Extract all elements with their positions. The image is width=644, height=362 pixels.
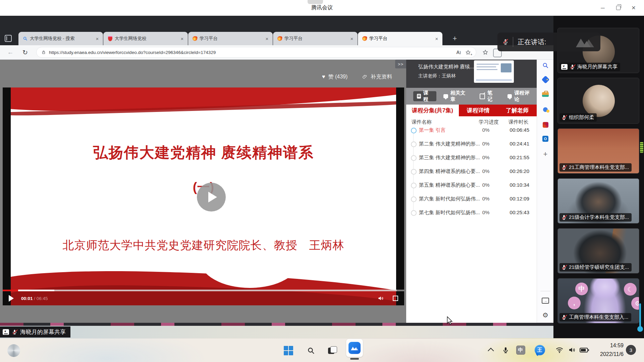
- episode-row[interactable]: 第四集 精神谱系的核心要... 0% 00:26:20: [406, 168, 537, 178]
- sidebar-outlook-icon[interactable]: O: [541, 135, 549, 143]
- tray-chevron-icon[interactable]: [485, 344, 497, 356]
- add-favorite-icon[interactable]: +: [463, 48, 473, 57]
- tab-close-icon[interactable]: ×: [179, 36, 185, 42]
- episode-row[interactable]: 第一集 引言 0% 00:06:45: [406, 126, 537, 136]
- tab-close-icon[interactable]: ×: [264, 36, 270, 42]
- read-aloud-icon[interactable]: A): [454, 48, 463, 57]
- subtab-details[interactable]: 课程详情: [459, 105, 498, 116]
- refresh-button[interactable]: ↻: [19, 45, 31, 59]
- episode-radio-selected[interactable]: [411, 128, 417, 133]
- episode-row[interactable]: 第二集 伟大建党精神的形... 0% 00:24:41: [406, 140, 537, 150]
- tab-related-articles[interactable]: 相关文章: [440, 91, 473, 101]
- sidebar-games-icon[interactable]: [541, 106, 549, 114]
- notification-badge[interactable]: 3: [626, 345, 636, 355]
- avatar-voice-button[interactable]: ,: [568, 297, 581, 309]
- participant-tile[interactable]: 21级会计学本科生党支部...: [557, 178, 639, 224]
- screen-share-icon: [3, 329, 9, 335]
- time-total: 06:45: [37, 296, 48, 301]
- tencent-meeting-taskbar-icon[interactable]: [346, 339, 363, 357]
- task-view-icon[interactable]: [326, 344, 339, 357]
- tab-title: 大学生网络党校: [115, 36, 177, 42]
- new-tab-button[interactable]: +: [450, 34, 460, 43]
- browser-tab-4[interactable]: 学习平台 ×: [273, 32, 358, 45]
- episode-row[interactable]: 第五集 精神谱系的核心要... 0% 00:10:34: [406, 181, 537, 191]
- volume-icon[interactable]: [377, 295, 384, 302]
- like-count[interactable]: 赞 (439): [328, 73, 348, 80]
- sidebar-tools-icon[interactable]: [541, 90, 549, 99]
- subtab-teacher[interactable]: 了解老师: [498, 105, 537, 116]
- active-app-indicator: [350, 358, 359, 360]
- panel-scroll-indicator[interactable]: [639, 303, 641, 328]
- panel-scrollbar-thumb[interactable]: [640, 142, 643, 153]
- participant-tile[interactable]: 21级经管学硕研究生团支...: [557, 228, 639, 274]
- start-button[interactable]: [282, 344, 295, 357]
- episode-radio[interactable]: [411, 155, 417, 161]
- course-teacher: 主讲老师：王炳林: [418, 73, 456, 79]
- fullscreen-icon[interactable]: [393, 296, 398, 301]
- sidebar-settings-icon[interactable]: ⚙: [541, 311, 549, 319]
- sidebar-add-icon[interactable]: +: [541, 150, 549, 158]
- tab-close-icon[interactable]: ×: [434, 36, 440, 42]
- taskbar-corner-logo[interactable]: [7, 344, 20, 357]
- close-button[interactable]: ✕: [626, 1, 641, 15]
- video-player[interactable]: 弘扬伟大建党精神 赓续精神谱系 (一) 北京师范大学中共党史党建研究院院长、教授…: [3, 87, 404, 305]
- panel-scroll-handle[interactable]: [637, 326, 643, 332]
- episode-radio[interactable]: [411, 183, 417, 188]
- episode-radio[interactable]: [411, 141, 417, 147]
- address-bar[interactable]: https://study.enaea.edu.cn/viewerforccvi…: [36, 47, 476, 58]
- play-button[interactable]: [9, 295, 14, 302]
- tray-wifi-icon[interactable]: [553, 344, 566, 356]
- screen-share-label: 海晓月的屏幕共享: [0, 326, 70, 338]
- participant-tile[interactable]: 21工商管理本科生党支部...: [557, 128, 639, 174]
- supplementary-material-link[interactable]: 补充资料: [371, 73, 392, 80]
- episode-row[interactable]: 第六集 新时代如何弘扬伟... 0% 00:12:09: [406, 195, 537, 205]
- like-row: ♥ 赞 (439) 补充资料: [322, 72, 392, 81]
- course-thumbnail[interactable]: [474, 60, 514, 83]
- back-button[interactable]: ←: [5, 45, 16, 59]
- tray-mic-icon[interactable]: [499, 344, 512, 356]
- tray-volume-icon[interactable]: [566, 344, 578, 356]
- participant-tile[interactable]: 组织部何柔: [557, 78, 639, 124]
- tab-close-icon[interactable]: ×: [349, 36, 355, 42]
- restore-icon: [616, 6, 621, 10]
- taskbar-clock[interactable]: 14:59 2022/11/6: [595, 341, 624, 359]
- sidebar-panel-icon[interactable]: →: [541, 297, 549, 305]
- episode-row[interactable]: 第七集 新时代如何弘扬伟... 0% 00:25:43: [406, 209, 537, 219]
- tab-course[interactable]: 课程: [413, 91, 436, 101]
- episode-radio[interactable]: [411, 196, 417, 202]
- browser-tab-5-active[interactable]: 学习平台 ×: [358, 32, 442, 45]
- browser-tab-2[interactable]: 大学生网络党校 ×: [103, 32, 188, 45]
- thumb-line: [477, 69, 497, 70]
- avatar-moon-button[interactable]: ☾: [624, 283, 637, 296]
- meeting-titlebar: 腾讯会议 ─ ✕: [0, 0, 644, 16]
- tab-actions-button[interactable]: [5, 35, 13, 43]
- sidebar-search-icon[interactable]: [541, 61, 549, 69]
- heart-icon[interactable]: ♥: [322, 74, 325, 80]
- tab-notes[interactable]: 笔记: [476, 91, 500, 101]
- restore-button[interactable]: [610, 1, 626, 15]
- minimize-button[interactable]: ─: [595, 1, 610, 15]
- browser-tab-3[interactable]: 学习平台 ×: [188, 32, 273, 45]
- tray-ime-icon[interactable]: 中: [515, 344, 527, 356]
- episode-row[interactable]: 第三集 伟大建党精神的形... 0% 00:21:55: [406, 154, 537, 164]
- play-overlay-button[interactable]: [197, 183, 226, 212]
- tab-close-icon[interactable]: ×: [94, 36, 100, 42]
- subtab-episodes[interactable]: 课程分集(共7集): [406, 105, 459, 116]
- sidebar-office-icon[interactable]: [541, 121, 549, 129]
- window-title: 腾讯会议: [0, 0, 644, 16]
- favorites-icon[interactable]: [480, 48, 490, 57]
- course-tabbar: 课程 相关文章 笔记 课程评论: [406, 88, 537, 105]
- browser-tab-1[interactable]: 大学生网络党校 - 搜索 ×: [18, 32, 103, 45]
- course-panel: 弘扬伟大建党精神 赓续... 主讲老师：王炳林 课程 相关文章 笔记: [406, 60, 537, 323]
- episode-radio[interactable]: [411, 169, 417, 175]
- participant-tile-virtual-avatar[interactable]: 中 ☾ , ⚙ 工商管理本科生党支部入...: [557, 278, 639, 323]
- tray-qq-icon[interactable]: 王: [534, 344, 546, 356]
- sidebar-shopping-icon[interactable]: [541, 75, 549, 83]
- episode-radio[interactable]: [411, 210, 417, 216]
- tray-battery-icon[interactable]: [578, 344, 590, 356]
- collapse-panel-button[interactable]: >>: [395, 60, 406, 68]
- tab-course-comments[interactable]: 课程评论: [504, 91, 537, 101]
- avatar-language-button[interactable]: 中: [575, 283, 588, 295]
- url-text: https://study.enaea.edu.cn/viewerforccvi…: [49, 50, 454, 55]
- taskbar-search-icon[interactable]: [305, 344, 317, 357]
